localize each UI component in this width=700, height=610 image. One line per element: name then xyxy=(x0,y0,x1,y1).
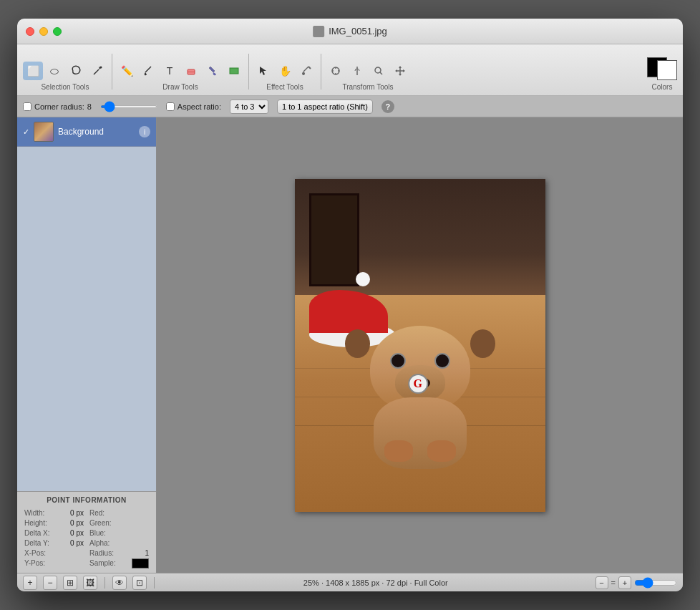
eraser-tool[interactable] xyxy=(181,62,201,80)
selection-tools-buttons: ⬜ ⬭ xyxy=(23,62,107,80)
point-info-right: Red: Green: Blue: Alpha: xyxy=(89,508,149,568)
svg-line-3 xyxy=(145,67,151,72)
layer-thumbnail xyxy=(34,122,54,142)
draw-tools-group: ✏️ T Draw Tools xyxy=(117,62,244,95)
aspect-ratio-button[interactable]: 1 to 1 aspect ratio (Shift) xyxy=(277,100,373,114)
zoom-tool[interactable] xyxy=(369,62,389,80)
effect-tools-label: Effect Tools xyxy=(266,83,303,91)
close-button[interactable] xyxy=(26,27,34,36)
corner-radius-checkbox[interactable] xyxy=(23,102,31,111)
red-row: Red: xyxy=(89,508,149,518)
pug-eye-right xyxy=(434,353,450,369)
color-picker-tool[interactable] xyxy=(326,62,346,80)
canvas-area[interactable]: G xyxy=(157,117,683,573)
lasso-tool[interactable] xyxy=(66,62,86,80)
window-title: IMG_0051.jpg xyxy=(313,26,387,37)
separator-1 xyxy=(112,54,112,89)
zoom-slider[interactable] xyxy=(634,577,677,589)
image-frame: G xyxy=(295,179,545,512)
layer-thumb-image xyxy=(34,122,53,141)
image-thumbnail-button[interactable]: 🖼 xyxy=(83,576,97,590)
transform-tools-group: Transform Tools xyxy=(326,62,410,95)
selection-tools-label: Selection Tools xyxy=(41,83,89,91)
minimize-button[interactable] xyxy=(39,27,48,36)
rectangular-select-tool[interactable]: ⬜ xyxy=(23,62,43,80)
pug-eye-left xyxy=(390,353,406,369)
colors-label: Colors xyxy=(652,83,673,91)
sample-row: Sample: xyxy=(89,558,149,568)
delta-y-row: Delta Y: 0 px xyxy=(24,538,84,548)
corner-radius-slider[interactable] xyxy=(100,105,157,108)
status-separator-2 xyxy=(154,577,155,589)
draw-tools-buttons: ✏️ T xyxy=(117,62,244,80)
selection-tools-group: ⬜ ⬭ Selection Tools xyxy=(23,62,107,95)
transform-tools-label: Transform Tools xyxy=(342,83,393,91)
svg-rect-6 xyxy=(230,68,238,74)
remove-layer-button[interactable]: − xyxy=(43,576,57,590)
svg-marker-23 xyxy=(403,69,405,72)
help-button[interactable]: ? xyxy=(381,100,394,113)
elliptical-select-tool[interactable]: ⬭ xyxy=(44,62,64,80)
maximize-button[interactable] xyxy=(53,27,62,36)
hat-pompom xyxy=(356,272,370,286)
brush-tool[interactable] xyxy=(138,62,158,80)
layer-visibility-check[interactable]: ✓ xyxy=(23,127,29,137)
pug-paw-left xyxy=(384,440,413,462)
fill-tool[interactable] xyxy=(203,62,223,80)
eyedropper-tool[interactable] xyxy=(296,62,316,80)
svg-line-8 xyxy=(308,67,311,69)
status-bar: + − ⊞ 🖼 👁 ⊡ 25% · 1408 x 1885 px · 72 dp… xyxy=(17,573,683,591)
aspect-ratio-checkbox[interactable] xyxy=(166,102,175,111)
layer-name: Background xyxy=(58,127,135,137)
colors-section: Colors xyxy=(647,57,677,95)
magic-wand-tool[interactable] xyxy=(87,62,107,80)
options-bar: Corner radius: 8 Aspect ratio: 4 to 3 1 … xyxy=(17,96,683,117)
duplicate-layer-button[interactable]: ⊞ xyxy=(63,576,77,590)
zoom-in-button[interactable]: + xyxy=(618,576,631,589)
point-info-title: POINT INFORMATION xyxy=(24,496,149,504)
zoom-out-button[interactable]: − xyxy=(596,576,608,589)
pencil-tool[interactable]: ✏️ xyxy=(117,62,137,80)
effect-tools-buttons: ✋ xyxy=(253,62,316,80)
svg-marker-21 xyxy=(399,74,402,76)
layers-empty-area xyxy=(17,147,156,491)
pan-tool[interactable] xyxy=(390,62,410,80)
hand-tool[interactable]: ✋ xyxy=(275,62,295,80)
separator-2 xyxy=(248,54,249,89)
foreground-color-swatch[interactable] xyxy=(657,60,677,80)
svg-line-9 xyxy=(303,67,308,72)
canvas-image: G xyxy=(295,179,545,512)
svg-marker-7 xyxy=(260,67,266,75)
svg-line-17 xyxy=(380,72,382,74)
layer-info-button[interactable]: i xyxy=(139,126,150,137)
hat-logo: G xyxy=(408,374,428,394)
view-mode-button[interactable]: 👁 xyxy=(112,576,127,590)
dodge-burn-tool[interactable] xyxy=(347,62,367,80)
main-area: ✓ Background i POINT INFORMATION Width: … xyxy=(17,117,683,573)
transform-mode-button[interactable]: ⊡ xyxy=(132,576,147,590)
rectangle-shape-tool[interactable] xyxy=(224,62,244,80)
aspect-ratio-select[interactable]: 4 to 3 xyxy=(230,100,268,114)
separator-3 xyxy=(321,54,321,89)
svg-marker-20 xyxy=(399,66,402,68)
y-pos-row: Y-Pos: xyxy=(24,558,84,568)
point-info-left: Width: 0 px Height: 0 px Delta X: 0 px xyxy=(24,508,84,568)
corner-radius-label: Corner radius: 8 xyxy=(23,102,92,111)
colors-swatch[interactable] xyxy=(647,57,677,80)
radius-row: Radius: 1 xyxy=(89,548,149,558)
toolbar: ⬜ ⬭ Selection Tools ✏️ T xyxy=(17,44,683,96)
pointer-tool[interactable] xyxy=(253,62,273,80)
layer-item-background[interactable]: ✓ Background i xyxy=(17,117,156,147)
svg-point-2 xyxy=(100,67,102,69)
aspect-ratio-label: Aspect ratio: xyxy=(166,102,221,111)
pug-torso xyxy=(374,397,467,469)
zoom-equals: = xyxy=(611,578,616,587)
traffic-lights xyxy=(26,27,62,36)
layers-panel: ✓ Background i POINT INFORMATION Width: … xyxy=(17,117,157,573)
status-text: 25% · 1408 x 1885 px · 72 dpi · Full Col… xyxy=(162,578,590,587)
draw-tools-label: Draw Tools xyxy=(162,83,198,91)
blue-row: Blue: xyxy=(89,528,149,538)
height-row: Height: 0 px xyxy=(24,518,84,528)
add-layer-button[interactable]: + xyxy=(23,576,37,590)
text-tool[interactable]: T xyxy=(160,62,180,80)
